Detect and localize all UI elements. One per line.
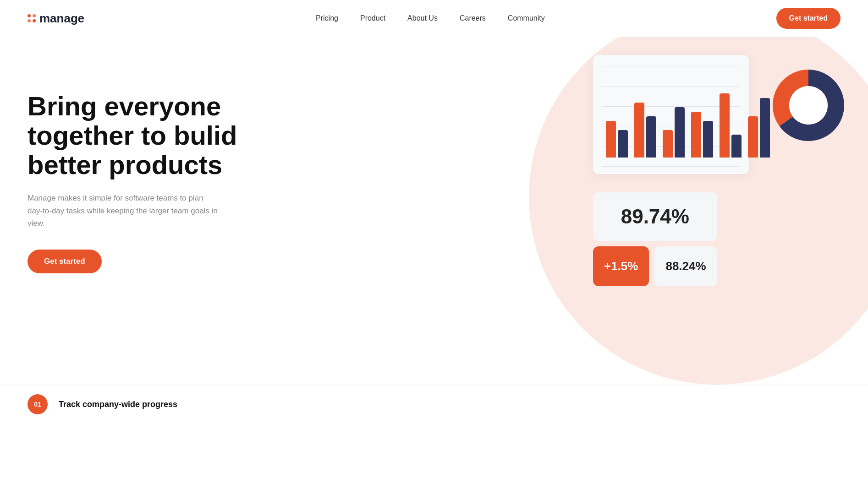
bar-group-0 xyxy=(606,121,628,158)
bar-navy-4 xyxy=(731,135,742,158)
bar-group-2 xyxy=(663,107,685,158)
bar-orange-2 xyxy=(663,130,673,158)
bar-navy-3 xyxy=(703,121,713,158)
bar-group-1 xyxy=(634,103,656,158)
stat-row: +1.5% 88.24% xyxy=(593,246,717,286)
bar-chart-inner xyxy=(602,66,740,158)
nav-community[interactable]: Community xyxy=(508,14,545,22)
hero-title: Bring everyone together to bulid better … xyxy=(27,92,247,179)
navbar: manage Pricing Product About Us Careers … xyxy=(0,0,868,37)
nav-product[interactable]: Product xyxy=(360,14,385,22)
bar-navy-5 xyxy=(760,98,770,158)
nav-careers[interactable]: Careers xyxy=(460,14,486,22)
bar-group-3 xyxy=(691,112,713,158)
logo-dots xyxy=(27,14,36,22)
svg-point-2 xyxy=(789,86,828,125)
logo-dot-2 xyxy=(33,14,36,17)
bar-chart-card xyxy=(593,55,749,174)
logo[interactable]: manage xyxy=(27,11,84,26)
brand-name: manage xyxy=(39,11,84,26)
hero-section: Bring everyone together to bulid better … xyxy=(0,37,868,385)
hero-visuals: 89.74% +1.5% 88.24% xyxy=(566,55,850,174)
teaser-text: Track company-wide progress xyxy=(59,400,177,409)
logo-dot-1 xyxy=(27,14,31,17)
hero-text: Bring everyone together to bulid better … xyxy=(27,64,247,273)
grid-line xyxy=(602,166,740,167)
bar-navy-0 xyxy=(618,130,628,158)
nav-links: Pricing Product About Us Careers Communi… xyxy=(316,14,545,22)
bar-orange-0 xyxy=(606,121,616,158)
bar-orange-4 xyxy=(720,93,730,158)
teaser-badge: 01 xyxy=(27,394,48,414)
growth-stat-pill: +1.5% xyxy=(593,246,649,286)
primary-stat-card: 89.74% xyxy=(593,192,717,241)
donut-svg xyxy=(767,64,850,147)
logo-dot-3 xyxy=(27,19,31,22)
secondary-stat-card: 88.24% xyxy=(654,246,717,286)
bar-orange-1 xyxy=(634,103,644,158)
bar-orange-5 xyxy=(748,116,758,158)
bar-navy-1 xyxy=(646,116,656,158)
logo-dot-4 xyxy=(33,19,36,22)
hero-cta-button[interactable]: Get started xyxy=(27,250,102,273)
chart-grid xyxy=(602,66,740,167)
stat-cards: 89.74% +1.5% 88.24% xyxy=(593,192,717,286)
hero-subtitle: Manage makes it simple for software team… xyxy=(27,192,220,229)
bottom-teaser: 01 Track company-wide progress xyxy=(0,385,868,424)
bar-group-5 xyxy=(748,98,770,158)
bar-orange-3 xyxy=(691,112,701,158)
bar-navy-2 xyxy=(675,107,685,158)
donut-chart xyxy=(767,64,850,148)
nav-get-started-button[interactable]: Get started xyxy=(776,8,841,29)
bar-group-4 xyxy=(720,93,742,158)
nav-pricing[interactable]: Pricing xyxy=(316,14,338,22)
nav-about[interactable]: About Us xyxy=(407,14,438,22)
